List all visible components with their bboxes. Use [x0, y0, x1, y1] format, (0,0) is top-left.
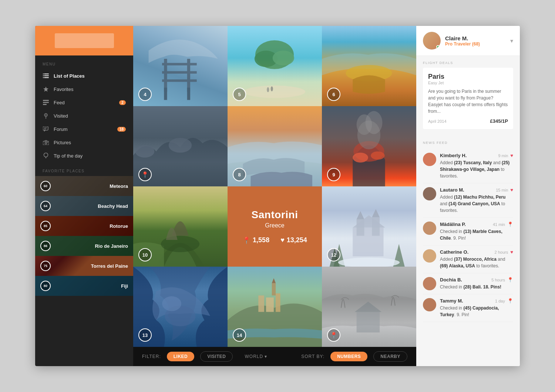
- sort-nearby-button[interactable]: NEARBY: [373, 351, 407, 362]
- cell-number: 13: [138, 328, 152, 342]
- news-feed: Kimberly H. 9 min ♥ Added (23) Tuscany, …: [416, 149, 520, 366]
- filter-liked-button[interactable]: LIKED: [167, 352, 195, 361]
- grid-cell-santorini[interactable]: Santorini Greece 📍 1,558 ♥ 13,254: [228, 186, 322, 267]
- menu-item-label: Visited: [54, 113, 68, 119]
- svg-point-18: [44, 153, 48, 157]
- cell-number: 14: [233, 328, 246, 342]
- filter-visited-button[interactable]: VISITED: [200, 351, 233, 362]
- visits-stat: 📍 1,558: [242, 236, 269, 244]
- news-icon: 📍: [507, 222, 513, 227]
- cell-number: 9: [327, 168, 340, 181]
- svg-rect-22: [162, 63, 197, 65]
- flight-footer: April 2014 £345/1P: [428, 118, 508, 124]
- fav-item-beachy-head[interactable]: 64 Beachy Head: [35, 196, 133, 216]
- svg-rect-3: [43, 74, 44, 74]
- fav-badge: 86: [40, 241, 51, 251]
- chevron-down-icon[interactable]: ▾: [510, 37, 513, 44]
- grid-cell-12[interactable]: 12: [322, 186, 416, 267]
- svg-rect-9: [43, 104, 47, 105]
- grid-cell-5[interactable]: 5: [228, 26, 322, 106]
- news-header: Mădălina P. 41 min 📍: [440, 222, 513, 227]
- news-icon: 📍: [507, 298, 513, 304]
- grid-cell-8[interactable]: 8: [228, 106, 322, 186]
- news-content: Tammy M. 1 day 📍 Checked in (45) Cappado…: [440, 298, 513, 318]
- flight-deal-card: Paris Easy Jet Are you going to Paris in…: [423, 68, 513, 129]
- news-header: Dochia B. 5 hours 📍: [440, 277, 513, 283]
- grid-cell-15[interactable]: 📍: [322, 267, 416, 347]
- news-icon: ♥: [510, 153, 513, 158]
- sidebar-item-favorites[interactable]: Favorites: [35, 82, 133, 96]
- svg-rect-60: [357, 312, 380, 332]
- flight-date: April 2014: [428, 119, 447, 124]
- feed-icon: [43, 99, 49, 106]
- visits-count: 1,558: [253, 236, 269, 244]
- news-avatar: [423, 298, 436, 311]
- flight-deals-section: FLIGHT DEALS Paris Easy Jet Are you goin…: [416, 56, 520, 136]
- svg-point-41: [366, 111, 383, 134]
- world-select[interactable]: WORLD ▾: [245, 354, 267, 359]
- svg-rect-13: [44, 128, 47, 128]
- sidebar-item-pictures[interactable]: Pictures: [35, 136, 133, 149]
- news-text: Checked in (45) Cappadocia, Turkey. 9. P…: [440, 305, 513, 318]
- svg-rect-57: [276, 293, 280, 312]
- sidebar-item-tip-of-day[interactable]: Tip of the day: [35, 149, 133, 162]
- svg-marker-59: [272, 278, 276, 283]
- news-avatar: [423, 187, 436, 200]
- grid-cell-10[interactable]: 10: [133, 186, 228, 267]
- online-indicator: [436, 45, 440, 49]
- user-rank: Pro Traveler (68): [445, 41, 510, 47]
- cell-number: 8: [233, 168, 246, 181]
- avatar: [423, 32, 441, 50]
- cell-number: 10: [138, 248, 152, 261]
- likes-stat: ♥ 13,254: [280, 236, 307, 244]
- fav-item-meteora[interactable]: 60 Meteora: [35, 176, 133, 196]
- news-item: Tammy M. 1 day 📍 Checked in (45) Cappado…: [423, 294, 513, 322]
- news-item: Kimberly H. 9 min ♥ Added (23) Tuscany, …: [423, 149, 513, 183]
- svg-rect-15: [43, 141, 49, 145]
- grid-cell-4[interactable]: 4: [133, 26, 228, 106]
- grid-cell-14[interactable]: 14: [228, 267, 322, 347]
- fav-item-rotorue[interactable]: 85 Rotorue: [35, 216, 133, 236]
- news-header: Lautaro M. 15 min ♥: [440, 187, 513, 193]
- news-time: 1 day: [495, 299, 505, 303]
- fav-item-fiji[interactable]: 80 Fiji: [35, 276, 133, 296]
- cell-number: 6: [327, 88, 340, 101]
- news-content: Lautaro M. 15 min ♥ Added (12) Machu Pic…: [440, 187, 513, 214]
- fav-name: Rotorue: [110, 223, 128, 229]
- feed-badge: 2: [119, 100, 126, 105]
- sidebar-item-forum[interactable]: Forum 18: [35, 122, 133, 136]
- news-avatar: [423, 249, 436, 263]
- svg-rect-4: [43, 75, 44, 76]
- news-username: Dochia B.: [440, 277, 462, 283]
- grid-cell-9[interactable]: 9: [322, 106, 416, 186]
- sidebar-item-feed[interactable]: Feed 2: [35, 96, 133, 109]
- fav-name: Meteora: [110, 183, 128, 189]
- likes-count: 13,254: [287, 236, 307, 244]
- news-text: Added (12) Machu Pichhu, Peru and (14) G…: [440, 194, 513, 214]
- fav-badge: 80: [40, 281, 51, 291]
- grid-cell-7[interactable]: 📍: [133, 106, 228, 186]
- sidebar-item-list-of-places[interactable]: List of Places: [35, 69, 133, 82]
- news-avatar: [423, 153, 436, 166]
- menu-section-label: MENU: [35, 55, 133, 69]
- sidebar-item-visited[interactable]: Visited: [35, 109, 133, 122]
- svg-rect-1: [44, 75, 49, 76]
- svg-point-30: [244, 85, 306, 98]
- sort-numbers-button[interactable]: NUMBERS: [330, 352, 367, 361]
- news-time: 2 hours: [495, 250, 508, 254]
- menu-item-label: Pictures: [54, 140, 71, 145]
- news-content: Kimberly H. 9 min ♥ Added (23) Tuscany, …: [440, 153, 513, 179]
- fav-item-torres[interactable]: 75 Torres del Paine: [35, 256, 133, 276]
- grid-cell-6[interactable]: 6: [322, 26, 416, 106]
- svg-point-11: [46, 115, 47, 116]
- fav-item-rio[interactable]: 86 Rio de Janeiro: [35, 236, 133, 256]
- main-content: 4 5: [133, 26, 416, 366]
- fav-section-label: FAVORITE PLACES: [35, 162, 133, 176]
- svg-rect-5: [43, 77, 44, 78]
- grid-cell-13[interactable]: 13: [133, 267, 228, 347]
- menu-item-label: Feed: [54, 100, 65, 105]
- filter-label: FILTER:: [142, 354, 161, 359]
- pin-icon: [43, 112, 49, 119]
- svg-rect-25: [164, 88, 167, 100]
- flight-city: Paris: [428, 73, 508, 81]
